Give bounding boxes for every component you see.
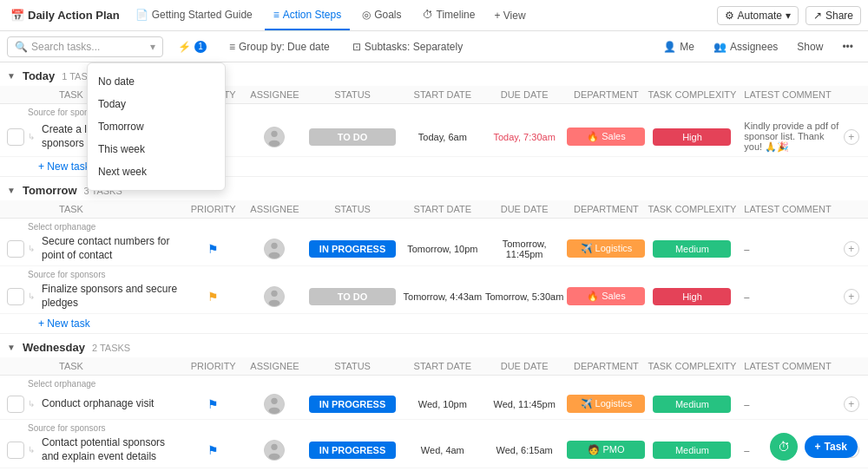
complexity-cell[interactable]: Medium — [648, 240, 738, 258]
assignee-cell[interactable] — [246, 127, 303, 147]
chevron-icon: ▼ — [7, 71, 16, 81]
row-add-cell[interactable]: + — [841, 241, 861, 257]
status-cell[interactable]: IN PROGRESS — [303, 396, 401, 413]
status-cell[interactable]: IN PROGRESS — [303, 442, 401, 459]
dropdown-item-today[interactable]: Today — [88, 93, 225, 115]
assignee-cell[interactable] — [246, 286, 303, 307]
task-row[interactable]: ↳ Contact potential sponsors and explain… — [0, 433, 868, 468]
priority-flag-icon: ⚑ — [207, 443, 219, 457]
complexity-cell[interactable]: Medium — [648, 396, 738, 413]
filter-button[interactable]: ⚡ 1 — [170, 37, 214, 56]
share-button[interactable]: ↗ Share — [806, 6, 861, 25]
group-by-button[interactable]: ≡ Group by: Due date — [221, 37, 338, 56]
timer-fab-button[interactable]: ⏱ — [770, 433, 798, 461]
complexity-badge: Medium — [653, 442, 731, 459]
chevron-down-icon: ▾ — [786, 10, 791, 22]
status-badge: TO DO — [309, 288, 396, 305]
task-group-label: Select orphanage — [0, 219, 868, 232]
due-date-cell: Wed, 11:45pm — [483, 399, 565, 409]
department-cell[interactable]: ✈️ Logistics — [565, 239, 647, 258]
toolbar: 🔍 Search tasks... ▾ ⚡ 1 ≡ Group by: Due … — [0, 31, 868, 62]
show-button[interactable]: Show — [789, 37, 831, 56]
task-checkbox[interactable] — [7, 128, 24, 146]
dropdown-item-nodate[interactable]: No date — [88, 70, 225, 93]
priority-cell[interactable]: ⚑ — [181, 397, 246, 411]
row-add-button[interactable]: + — [844, 241, 859, 257]
status-cell[interactable]: IN PROGRESS — [303, 240, 401, 258]
filter-icon: ⚡ — [178, 41, 191, 53]
column-headers: TASK PRIORITY ASSIGNEE STATUS START DATE… — [0, 200, 868, 219]
col-header-priority: PRIORITY — [181, 361, 246, 371]
section-label: Wednesday — [23, 341, 85, 354]
new-task-button[interactable]: + New task — [0, 468, 868, 471]
col-header-assignee: ASSIGNEE — [246, 89, 303, 100]
assignee-cell[interactable] — [246, 440, 303, 461]
complexity-cell[interactable]: High — [648, 288, 738, 305]
department-cell[interactable]: ✈️ Logistics — [565, 395, 647, 413]
task-label: Task — [825, 441, 847, 453]
row-add-button[interactable]: + — [844, 129, 859, 145]
timeline-icon: ⏱ — [423, 9, 433, 21]
task-row[interactable]: ↳ Conduct orphanage visit ⚑ IN PROGRESS … — [0, 389, 868, 420]
task-row[interactable]: ↳ Secure contact numbers for point of co… — [0, 232, 868, 266]
tab-timeline[interactable]: ⏱ Timeline — [414, 0, 484, 30]
subtasks-icon: ⊡ — [352, 41, 361, 53]
row-add-cell[interactable]: + — [841, 289, 861, 304]
status-cell[interactable]: TO DO — [303, 128, 401, 146]
complexity-cell[interactable]: Medium — [648, 442, 738, 459]
assignees-button[interactable]: 👥 Assignees — [706, 37, 786, 56]
tab-action-steps[interactable]: ≡ Action Steps — [265, 0, 350, 30]
subtasks-button[interactable]: ⊡ Subtasks: Separately — [345, 37, 470, 56]
avatar — [264, 394, 285, 415]
tab-goals[interactable]: ◎ Goals — [353, 0, 410, 30]
row-add-cell[interactable]: + — [841, 396, 861, 412]
task-indent-icon: ↳ — [28, 291, 42, 301]
department-cell[interactable]: 🔥 Sales — [565, 128, 647, 146]
priority-cell[interactable]: ⚑ — [181, 290, 246, 304]
add-view-button[interactable]: + View — [487, 7, 532, 24]
col-header-priority: PRIORITY — [181, 204, 246, 214]
avatar — [264, 127, 285, 147]
row-add-button[interactable]: + — [844, 289, 859, 304]
dropdown-item-thisweek[interactable]: This week — [88, 138, 225, 160]
me-button[interactable]: 👤 Me — [655, 37, 702, 56]
dropdown-item-tomorrow[interactable]: Tomorrow — [88, 115, 225, 138]
task-checkbox[interactable] — [7, 442, 24, 459]
complexity-cell[interactable]: High — [648, 128, 738, 146]
task-checkbox[interactable] — [7, 396, 24, 413]
task-indent-icon: ↳ — [28, 445, 42, 455]
search-box[interactable]: 🔍 Search tasks... ▾ — [7, 36, 163, 57]
department-cell[interactable]: 🔥 Sales — [565, 287, 647, 305]
svg-point-4 — [272, 290, 278, 296]
tab-getting-started[interactable]: 📄 Getting Started Guide — [127, 0, 261, 30]
department-cell[interactable]: 🧑 PMO — [565, 441, 647, 459]
priority-cell[interactable]: ⚑ — [181, 443, 246, 457]
task-checkbox[interactable] — [7, 240, 24, 258]
task-row[interactable]: ↳ Finalize sponsors and secure pledges ⚑… — [0, 279, 868, 314]
complexity-badge: High — [653, 288, 731, 305]
column-headers: TASK PRIORITY ASSIGNEE STATUS START DATE… — [0, 357, 868, 376]
section-label: Tomorrow — [23, 184, 77, 197]
dropdown-item-nextweek[interactable]: Next week — [88, 160, 225, 183]
assignee-cell[interactable] — [246, 394, 303, 415]
more-options-button[interactable]: ••• — [834, 37, 861, 56]
col-header-comment: LATEST COMMENT — [737, 89, 841, 100]
assignee-cell[interactable] — [246, 239, 303, 259]
share-icon: ↗ — [813, 10, 822, 22]
col-header-due: DUE DATE — [483, 361, 565, 371]
priority-cell[interactable]: ⚑ — [181, 242, 246, 256]
automate-button[interactable]: ⚙ Automate ▾ — [717, 6, 799, 25]
col-header-task: TASK — [7, 204, 181, 214]
row-add-cell[interactable]: + — [841, 129, 861, 145]
status-cell[interactable]: TO DO — [303, 288, 401, 305]
start-date-cell: Tomorrow, 4:43am — [402, 291, 483, 302]
row-add-button[interactable]: + — [844, 396, 859, 412]
new-task-button[interactable]: + New task — [0, 314, 868, 333]
avatar — [264, 286, 285, 307]
add-task-fab-button[interactable]: + Task — [805, 435, 858, 458]
section-header-wednesday[interactable]: ▼ Wednesday 2 TASKS — [0, 334, 868, 357]
priority-flag-icon: ⚑ — [207, 397, 219, 411]
app-header: 📅 Daily Action Plan 📄 Getting Started Gu… — [0, 0, 868, 31]
svg-point-7 — [269, 408, 280, 414]
task-checkbox[interactable] — [7, 288, 24, 305]
